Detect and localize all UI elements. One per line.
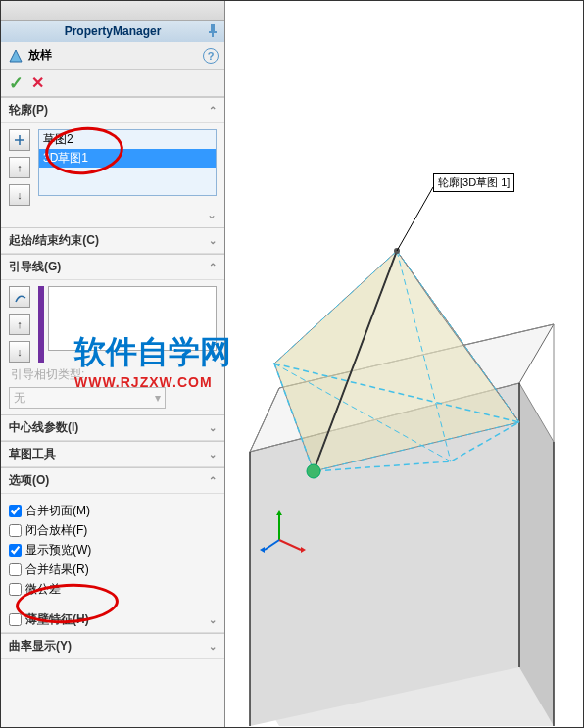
merge-result-checkbox[interactable]: 合并结果(R) (9, 561, 217, 578)
loft-icon (7, 47, 24, 65)
chevron-up-icon: ⌃ (209, 475, 217, 486)
guide-icon (9, 286, 30, 308)
chevron-up-icon: ⌃ (209, 262, 217, 272)
pin-icon[interactable] (205, 23, 220, 38)
svg-point-33 (307, 464, 320, 478)
cancel-button[interactable]: ✕ (31, 73, 44, 92)
help-icon[interactable]: ? (203, 48, 219, 64)
section-profiles-header[interactable]: 轮廓(P) ⌃ (1, 98, 224, 123)
chevron-down-icon: ▾ (155, 391, 161, 405)
section-thin-header[interactable]: 薄壁特征(H) ⌄ (1, 607, 224, 633)
chevron-down-icon: ⌄ (209, 641, 217, 652)
chevron-up-icon: ⌃ (209, 105, 217, 116)
chevron-down-icon: ⌄ (209, 449, 217, 460)
merge-tangent-checkbox[interactable]: 合并切面(M) (9, 503, 217, 519)
section-sketchtools-header[interactable]: 草图工具 ⌄ (1, 442, 224, 467)
move-down-button[interactable]: ↓ (9, 184, 30, 206)
tangent-type-combo: 无 ▾ (9, 387, 166, 409)
tangent-type-label: 引导相切类型: (9, 363, 217, 387)
property-manager-title: PropertyManager (1, 21, 224, 42)
svg-line-34 (397, 187, 433, 251)
profile-icon (9, 129, 30, 151)
move-up-button[interactable]: ↑ (9, 157, 30, 178)
list-item[interactable]: 草图2 (39, 130, 216, 149)
section-centerline-header[interactable]: 中心线参数(I) ⌄ (1, 415, 224, 441)
ok-button[interactable]: ✓ (9, 73, 24, 94)
move-down-button[interactable]: ↓ (9, 341, 30, 363)
micro-tol-checkbox[interactable]: 微公差 (9, 581, 217, 598)
chevron-down-icon: ⌄ (209, 422, 217, 433)
chevron-down-icon: ⌄ (209, 235, 217, 246)
move-up-button[interactable]: ↑ (9, 314, 30, 335)
section-startend-header[interactable]: 起始/结束约束(C) ⌄ (1, 228, 224, 254)
show-preview-checkbox[interactable]: 显示预览(W) (9, 542, 217, 558)
profiles-listbox[interactable]: 草图2 3D草图1 (38, 129, 217, 196)
svg-marker-4 (519, 383, 554, 726)
list-item[interactable]: 3D草图1 (39, 149, 216, 168)
guides-listbox[interactable] (48, 286, 217, 351)
graphics-viewport[interactable]: 轮廓[3D草图 1] (225, 1, 584, 727)
svg-rect-0 (211, 24, 215, 31)
section-guides-header[interactable]: 引导线(G) ⌃ (1, 255, 224, 280)
expand-icon[interactable]: ⌄ (9, 208, 217, 221)
profile-tag: 轮廓[3D草图 1] (433, 173, 514, 192)
section-options-header[interactable]: 选项(O) ⌃ (1, 468, 224, 494)
feature-name: 放样 (28, 47, 52, 64)
section-curvature-header[interactable]: 曲率显示(Y) ⌄ (1, 634, 224, 659)
close-loft-checkbox[interactable]: 闭合放样(F) (9, 522, 217, 539)
svg-rect-1 (212, 33, 214, 37)
chevron-down-icon: ⌄ (209, 614, 217, 625)
title-text: PropertyManager (65, 24, 162, 38)
